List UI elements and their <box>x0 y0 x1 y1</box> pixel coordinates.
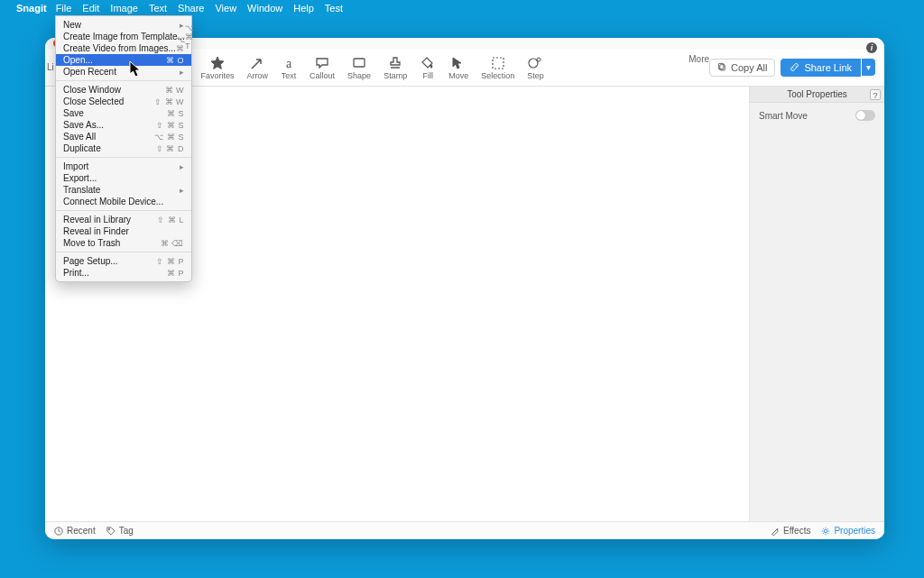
tool-text[interactable]: aText <box>281 55 297 80</box>
tool-label: Selection <box>481 71 514 80</box>
recents-button[interactable]: Recent <box>54 526 96 536</box>
move-icon <box>450 55 467 71</box>
tool-move[interactable]: Move <box>448 55 468 80</box>
tool-stamp[interactable]: Stamp <box>383 55 407 80</box>
tag-icon <box>106 527 116 536</box>
menubar-edit[interactable]: Edit <box>82 3 99 14</box>
menubar-window[interactable]: Window <box>247 3 282 14</box>
effects-label: Effects <box>783 526 810 536</box>
menu-item-save-all[interactable]: Save All⌥ ⌘ S <box>56 131 191 142</box>
shape-icon <box>351 55 367 71</box>
menu-item-create-image-from-template[interactable]: Create Image from Template...⌥ ⌘ T <box>56 31 191 42</box>
tool-shape[interactable]: Shape <box>347 55 371 80</box>
tool-label: Move <box>448 71 468 80</box>
svg-point-9 <box>825 529 827 532</box>
menu-item-open-recent[interactable]: Open Recent▸ <box>56 66 191 78</box>
menu-item-open[interactable]: Open...⌘ O <box>56 54 191 66</box>
menu-separator <box>56 157 191 158</box>
menu-item-reveal-in-finder[interactable]: Reveal in Finder <box>56 225 191 237</box>
tag-button[interactable]: Tag <box>106 526 134 536</box>
menu-item-reveal-in-library[interactable]: Reveal in Library⇧ ⌘ L <box>56 214 191 225</box>
menu-item-label: Import <box>63 161 180 171</box>
menu-item-label: Duplicate <box>63 143 156 153</box>
effects-button[interactable]: Effects <box>771 526 810 536</box>
submenu-arrow-icon: ▸ <box>180 21 184 30</box>
menu-item-page-setup[interactable]: Page Setup...⇧ ⌘ P <box>56 255 191 267</box>
menubar-app-name[interactable]: Snagit <box>16 3 47 14</box>
tool-arrow[interactable]: Arrow <box>247 55 269 80</box>
menu-item-label: Export... <box>63 173 184 183</box>
menu-item-label: Reveal in Finder <box>63 226 184 236</box>
menu-item-shortcut: ⌘ ⌫ <box>161 239 184 248</box>
menu-item-label: Open... <box>63 55 166 65</box>
link-icon <box>790 62 799 72</box>
tool-selection[interactable]: Selection <box>481 55 514 80</box>
menu-item-label: Move to Trash <box>63 238 161 248</box>
menu-item-save-as[interactable]: Save As...⇧ ⌘ S <box>56 119 191 131</box>
tool-callout[interactable]: Callout <box>310 55 335 80</box>
menu-item-label: Open Recent <box>63 67 180 77</box>
properties-button[interactable]: Properties <box>821 526 875 536</box>
menubar-image[interactable]: Image <box>110 3 138 14</box>
svg-rect-6 <box>718 63 724 69</box>
properties-title: Tool Properties <box>787 89 847 99</box>
menu-separator <box>56 80 191 81</box>
svg-rect-2 <box>493 58 504 69</box>
menu-item-move-to-trash[interactable]: Move to Trash⌘ ⌫ <box>56 237 191 249</box>
toolbar-right: Copy All Share Link ▾ <box>709 59 884 77</box>
mac-menubar: Snagit File Edit Image Text Share View W… <box>0 0 924 15</box>
menu-item-import[interactable]: Import▸ <box>56 161 191 172</box>
menu-item-shortcut: ⌘ P <box>167 269 184 278</box>
share-dropdown-button[interactable]: ▾ <box>862 59 875 76</box>
tool-fill[interactable]: Fill <box>420 55 436 80</box>
menubar-text[interactable]: Text <box>149 3 167 14</box>
arrow-icon <box>249 55 265 71</box>
menu-item-duplicate[interactable]: Duplicate⇧ ⌘ D <box>56 142 191 154</box>
share-link-label: Share Link <box>804 62 852 73</box>
info-icon[interactable]: i <box>866 42 877 53</box>
menu-item-translate[interactable]: Translate▸ <box>56 184 191 196</box>
tool-label: Favorites <box>201 71 235 80</box>
copy-all-label: Copy All <box>731 62 767 73</box>
menubar-file[interactable]: File <box>56 3 72 14</box>
menu-item-label: Print... <box>63 268 167 278</box>
clock-icon <box>54 527 63 536</box>
submenu-arrow-icon: ▸ <box>180 162 184 171</box>
gear-icon <box>821 527 830 536</box>
menu-item-new[interactable]: New▸ <box>56 19 191 31</box>
svg-point-8 <box>108 528 109 529</box>
menubar-view[interactable]: View <box>215 3 236 14</box>
properties-help-icon[interactable]: ? <box>870 89 881 100</box>
properties-panel: Tool Properties ? Smart Move <box>749 87 884 521</box>
tool-favorites[interactable]: Favorites <box>201 55 235 80</box>
svg-text:a: a <box>286 57 292 70</box>
menu-item-create-video-from-images[interactable]: Create Video from Images...⌥ ⌘ V <box>56 42 191 54</box>
copy-all-button[interactable]: Copy All <box>709 59 775 77</box>
svg-rect-5 <box>720 65 725 70</box>
smart-move-label: Smart Move <box>759 111 808 121</box>
menu-item-close-selected[interactable]: Close Selected⇧ ⌘ W <box>56 96 191 107</box>
tool-more[interactable]: More <box>688 54 709 64</box>
menu-item-shortcut: ⇧ ⌘ W <box>154 97 184 106</box>
menu-item-close-window[interactable]: Close Window⌘ W <box>56 84 191 96</box>
selection-icon <box>490 55 506 71</box>
smart-move-row: Smart Move <box>750 103 884 128</box>
share-link-button[interactable]: Share Link <box>781 59 861 77</box>
favorites-icon <box>209 55 226 71</box>
bottom-bar: Recent Tag Effects Properties <box>45 521 884 539</box>
menu-item-print[interactable]: Print...⌘ P <box>56 267 191 279</box>
submenu-arrow-icon: ▸ <box>180 186 184 195</box>
menu-item-save[interactable]: Save⌘ S <box>56 107 191 119</box>
menu-item-label: Close Window <box>63 85 165 95</box>
menubar-test[interactable]: Test <box>325 3 343 14</box>
fill-icon <box>420 55 436 71</box>
menubar-help[interactable]: Help <box>293 3 314 14</box>
submenu-arrow-icon: ▸ <box>180 68 184 77</box>
menu-item-export[interactable]: Export... <box>56 172 191 184</box>
smart-move-toggle[interactable] <box>855 110 875 121</box>
menu-item-connect-mobile-device[interactable]: Connect Mobile Device... <box>56 196 191 207</box>
menubar-share[interactable]: Share <box>178 3 204 14</box>
tool-step[interactable]: Step <box>527 55 544 80</box>
menu-item-shortcut: ⇧ ⌘ S <box>156 121 184 130</box>
menu-item-shortcut: ⇧ ⌘ D <box>156 144 184 153</box>
